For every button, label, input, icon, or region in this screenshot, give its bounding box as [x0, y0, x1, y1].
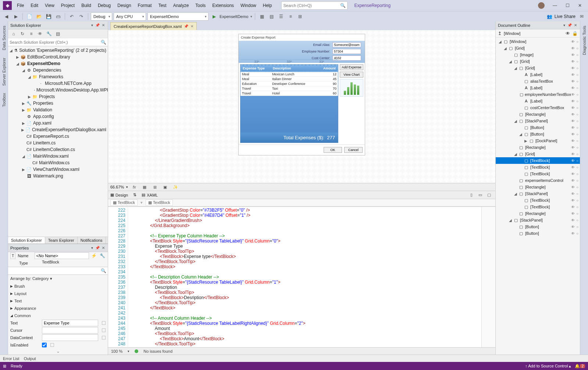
outline-item[interactable]: ▢[TextBlock]👁○ [496, 164, 580, 170]
home-icon[interactable]: ⌂ [10, 30, 18, 38]
prop-marker-icon[interactable] [50, 343, 54, 347]
tree-item[interactable]: ▶🔧Properties [8, 100, 108, 107]
menu-format[interactable]: Format [135, 1, 155, 10]
lock-icon[interactable]: ○ [576, 132, 578, 136]
swap-icon[interactable]: ⇅ [133, 193, 136, 197]
collapse-icon[interactable]: ≡ [27, 30, 35, 38]
lock-icon[interactable]: 🔒 [572, 31, 578, 36]
close-icon[interactable]: ✕ [101, 246, 106, 250]
tab-error-list[interactable]: Error List [3, 356, 19, 361]
startup-dropdown[interactable]: ExpenseItDemo [147, 12, 209, 21]
bolt-icon[interactable]: ⚡ [91, 252, 97, 260]
sidetab-diagnostic-tools[interactable]: Diagnostic Tools [581, 24, 587, 57]
outline-item[interactable]: ◢▢[StackPanel]👁○ [496, 217, 580, 223]
tab-output[interactable]: Output [24, 356, 36, 361]
back-icon[interactable]: ◀ [2, 12, 10, 21]
lock-icon[interactable]: ○ [576, 40, 578, 44]
lock-icon[interactable]: ○ [576, 179, 578, 183]
menu-window[interactable]: Window [238, 1, 259, 10]
eye-icon[interactable]: 👁 [571, 99, 575, 103]
outline-tree[interactable]: ◢▢[Window]👁○◢▢[Grid]👁○▢[Image]👁○◢▢[Grid]… [496, 37, 580, 355]
platform-dropdown[interactable]: Any CPU [114, 12, 146, 21]
eye-icon[interactable]: 👁 [571, 225, 575, 229]
eye-icon[interactable]: 👁 [571, 179, 575, 183]
menu-help[interactable]: Help [260, 1, 275, 10]
pin-icon[interactable]: 📌 [184, 24, 188, 28]
se-search-input[interactable] [10, 40, 101, 44]
forward-icon[interactable]: ▶ [12, 12, 20, 21]
eye-icon[interactable]: 👁 [571, 218, 575, 222]
outline-item[interactable]: ◢▢[Button]👁○ [496, 131, 580, 137]
pin-icon[interactable]: 📌 [95, 23, 100, 27]
eye-icon[interactable]: 👁 [571, 60, 575, 64]
lock-icon[interactable]: ○ [576, 66, 578, 70]
eye-icon[interactable]: 👁 [571, 73, 575, 77]
outline-item[interactable]: ◢▢[Grid]👁○ [496, 65, 580, 71]
refresh-icon[interactable]: ↻ [18, 30, 26, 38]
eye-icon[interactable]: 👁 [571, 132, 575, 136]
sidetab-toolbox[interactable]: Toolbox [1, 91, 7, 108]
tool-icon[interactable]: ☰ [277, 12, 285, 21]
quick-launch[interactable]: 🔍 [281, 1, 348, 10]
prop-field[interactable] [42, 334, 98, 341]
outline-item[interactable]: ▢[Rectangle]👁○ [496, 111, 580, 118]
add-source-control[interactable]: ↑ Add to Source Control ▴ [525, 364, 571, 369]
lock-icon[interactable]: ○ [576, 60, 578, 64]
minimap[interactable] [481, 207, 495, 347]
prop-field[interactable] [42, 327, 98, 334]
eye-icon[interactable]: 👁 [571, 231, 575, 236]
outline-item[interactable]: A[Label]👁○ [496, 98, 580, 104]
eye-icon[interactable]: 👁 [571, 165, 575, 169]
liveshare-icon[interactable]: 👥 [547, 14, 552, 19]
add-expense-button[interactable]: Add Expense [340, 64, 363, 70]
eye-icon[interactable]: 👁 [571, 152, 575, 156]
close-icon[interactable]: ✕ [190, 24, 193, 28]
tree-item[interactable]: C#LineItem.cs [8, 140, 108, 146]
tree-item[interactable]: ◢📦ExpenseItDemo [8, 60, 108, 67]
tab-team-explorer[interactable]: Team Explorer [45, 237, 78, 244]
collapse-icon[interactable]: ▢ [485, 191, 493, 199]
outline-item[interactable]: ▢[TextBlock]👁○ [496, 170, 580, 177]
grid-header[interactable]: Expense Type Description Amount [240, 65, 338, 72]
prop-category[interactable]: ▶ Brush [8, 283, 108, 290]
arrange-by[interactable]: Arrange by: Category ▾ [8, 275, 108, 283]
solution-tree[interactable]: ◢⚗Solution 'ExpenseReporting' (2 of 2 pr… [8, 46, 108, 237]
outline-item[interactable]: ◢▢[StackPanel]👁○ [496, 190, 580, 197]
eye-icon[interactable]: 👁 [571, 185, 575, 189]
prop-category[interactable]: ▶ Text [8, 297, 108, 305]
pin-icon[interactable]: 📌 [95, 246, 100, 250]
lock-icon[interactable]: ○ [576, 192, 578, 196]
tree-item[interactable]: ·Microsoft.WindowsDesktop.App.WPF [8, 87, 108, 93]
eye-icon[interactable]: 👁 [571, 146, 575, 150]
tree-item[interactable]: ⚙App.config [8, 113, 108, 120]
outline-item[interactable]: ▢[Button]👁○ [496, 124, 580, 131]
eye-icon[interactable]: 👁 [571, 126, 575, 130]
outline-item[interactable]: ◢▢[Grid]👁○ [496, 151, 580, 157]
redo-icon[interactable]: ↷ [77, 12, 85, 21]
view-chart-button[interactable]: View Chart [340, 72, 363, 78]
eye-icon[interactable]: 👁 [571, 46, 575, 50]
play-icon[interactable]: ▶ [210, 12, 218, 21]
eye-icon[interactable]: 👁 [571, 86, 575, 90]
tab-xaml[interactable]: ▤ XAML [142, 193, 158, 197]
menu-test[interactable]: Test [156, 1, 170, 10]
grid-icon[interactable]: ▦ [140, 183, 149, 191]
prop-category[interactable]: ▶ Appearance [8, 305, 108, 312]
menu-view[interactable]: View [42, 1, 57, 10]
preview-icon[interactable]: ▤ [54, 30, 62, 38]
maximize-button[interactable]: ☐ [562, 2, 573, 9]
lock-icon[interactable]: ○ [576, 73, 578, 77]
snap-icon[interactable]: ⊞ [151, 183, 159, 191]
eye-icon[interactable]: 👁 [571, 192, 575, 196]
outline-item[interactable]: ▢employeeNumberTextBox👁○ [496, 91, 580, 98]
menu-file[interactable]: File [14, 1, 27, 10]
lock-icon[interactable]: ○ [576, 139, 578, 143]
menu-edit[interactable]: Edit [28, 1, 41, 10]
lock-icon[interactable]: ○ [576, 152, 578, 156]
tree-item[interactable]: ▶📁Projects [8, 93, 108, 100]
eye-icon[interactable]: 👁 [571, 172, 575, 176]
cancel-button[interactable]: Cancel [344, 147, 363, 153]
tab-notifications[interactable]: Notifications [78, 237, 106, 244]
tree-item[interactable]: ◢📁Frameworks [8, 73, 108, 80]
save-all-icon[interactable]: 🗃 [54, 12, 62, 21]
